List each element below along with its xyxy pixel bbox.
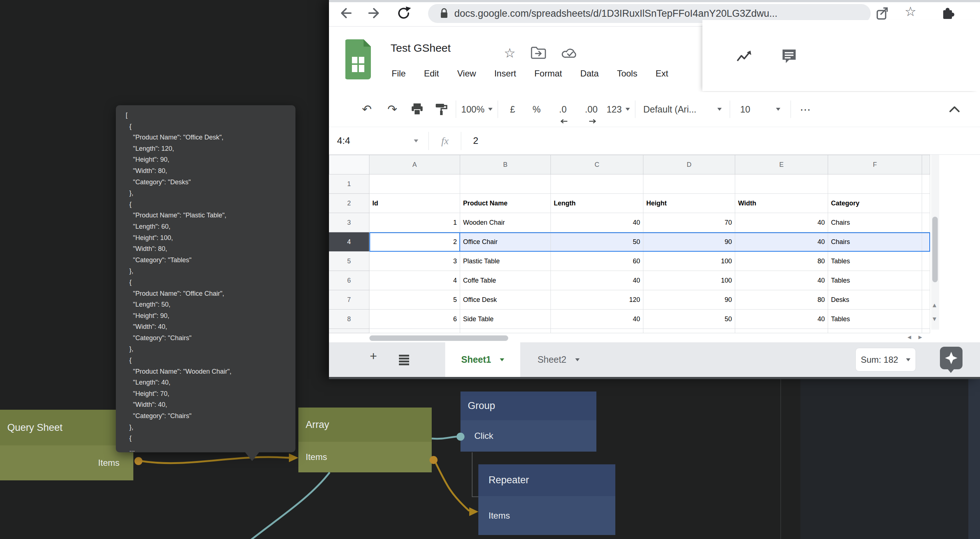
- cell-A2[interactable]: Id: [369, 194, 460, 213]
- menu-edit[interactable]: Edit: [424, 68, 439, 79]
- cell-D2[interactable]: Height: [643, 194, 735, 213]
- cell-D1[interactable]: [643, 175, 735, 194]
- cell-C2[interactable]: Length: [551, 194, 643, 213]
- font-select[interactable]: Default (Ari...: [640, 99, 725, 119]
- scroll-down-icon[interactable]: ▼: [933, 316, 936, 321]
- forward-icon[interactable]: [366, 5, 382, 21]
- decrease-decimals-button[interactable]: .0: [551, 99, 574, 119]
- column-header-E[interactable]: E: [735, 155, 828, 175]
- cell-D6[interactable]: 100: [643, 271, 735, 290]
- cell-C5[interactable]: 60: [551, 252, 643, 271]
- column-header-D[interactable]: D: [643, 155, 735, 175]
- cell-C6[interactable]: 40: [551, 271, 643, 290]
- format-percent-button[interactable]: %: [527, 99, 546, 119]
- url-text[interactable]: docs.google.com/spreadsheets/d/1D3IRuxIl…: [454, 8, 778, 19]
- sheet2-menu-icon[interactable]: [575, 358, 580, 361]
- name-box-dropdown-icon[interactable]: [414, 140, 418, 142]
- menu-format[interactable]: Format: [535, 68, 562, 79]
- cell-D5[interactable]: 100: [643, 252, 735, 271]
- move-folder-icon[interactable]: [530, 46, 547, 60]
- cell-A5[interactable]: 3: [369, 252, 460, 271]
- cell-D8[interactable]: 50: [643, 310, 735, 329]
- add-sheet-button[interactable]: +: [370, 349, 377, 363]
- row-header-2[interactable]: 2: [329, 194, 369, 213]
- cell-F3[interactable]: Chairs: [828, 213, 922, 232]
- column-header-B[interactable]: B: [460, 155, 551, 175]
- cell-B1[interactable]: [460, 175, 551, 194]
- formula-input[interactable]: 2: [473, 135, 478, 146]
- menu-file[interactable]: File: [391, 68, 406, 79]
- column-header-F[interactable]: F: [828, 155, 922, 175]
- cell-C8[interactable]: 40: [551, 310, 643, 329]
- bookmark-star-icon[interactable]: ☆: [905, 4, 921, 20]
- cell-E8[interactable]: 40: [735, 310, 828, 329]
- sheet1-menu-icon[interactable]: [500, 358, 504, 361]
- tab-sheet1[interactable]: Sheet1: [445, 342, 520, 377]
- cell-F2[interactable]: Category: [828, 194, 922, 213]
- row-header-7[interactable]: 7: [329, 290, 369, 310]
- print-button[interactable]: [408, 99, 426, 119]
- cell-B4[interactable]: Office Chair: [460, 232, 551, 252]
- cell-D4[interactable]: 90: [643, 232, 735, 252]
- star-document-icon[interactable]: ☆: [504, 46, 515, 61]
- cell-B3[interactable]: Wooden Chair: [460, 213, 551, 232]
- cell-A8[interactable]: 6: [369, 310, 460, 329]
- reload-icon[interactable]: [396, 5, 412, 21]
- row-header-1[interactable]: 1: [329, 175, 369, 194]
- undo-button[interactable]: ↶: [357, 99, 376, 119]
- cell-D3[interactable]: 70: [643, 213, 735, 232]
- horizontal-scrollbar-thumb[interactable]: [369, 335, 508, 341]
- cell-F6[interactable]: Tables: [828, 271, 922, 290]
- sum-status-pill[interactable]: Sum: 182: [855, 348, 916, 372]
- activity-history-icon[interactable]: [736, 49, 752, 64]
- cell-F5[interactable]: Tables: [828, 252, 922, 271]
- format-currency-button[interactable]: £: [503, 99, 522, 119]
- cell-B8[interactable]: Side Table: [460, 310, 551, 329]
- scroll-up-icon[interactable]: ▲: [933, 302, 936, 308]
- extensions-puzzle-icon[interactable]: [940, 5, 956, 21]
- menu-view[interactable]: View: [457, 68, 476, 79]
- font-size-select[interactable]: 10: [735, 99, 786, 119]
- cell-F4[interactable]: Chairs: [828, 232, 922, 252]
- cell-E5[interactable]: 80: [735, 252, 828, 271]
- cell-F7[interactable]: Desks: [828, 290, 922, 310]
- scroll-left-icon[interactable]: ◀: [907, 334, 911, 340]
- zoom-select[interactable]: 100%: [461, 99, 493, 119]
- paint-format-button[interactable]: [432, 99, 451, 119]
- cell-C4[interactable]: 50: [551, 232, 643, 252]
- cell-A1[interactable]: [369, 175, 460, 194]
- node-repeater[interactable]: Repeater Items: [478, 464, 615, 535]
- cell-E2[interactable]: Width: [735, 194, 828, 213]
- cell-A7[interactable]: 5: [369, 290, 460, 310]
- cell-D7[interactable]: 90: [643, 290, 735, 310]
- menu-ext[interactable]: Ext: [655, 68, 668, 79]
- more-formats-button[interactable]: 123: [606, 99, 630, 119]
- row-header-4[interactable]: 4: [329, 232, 369, 252]
- explore-button[interactable]: [940, 347, 963, 369]
- cell-C3[interactable]: 40: [551, 213, 643, 232]
- cell-A3[interactable]: 1: [369, 213, 460, 232]
- collapse-toolbar-icon[interactable]: [948, 105, 961, 114]
- tab-sheet2[interactable]: Sheet2: [528, 342, 589, 377]
- more-toolbar-button[interactable]: ⋯: [796, 99, 815, 119]
- row-header-6[interactable]: 6: [329, 271, 369, 290]
- menu-tools[interactable]: Tools: [617, 68, 637, 79]
- cloud-saved-icon[interactable]: [562, 46, 579, 60]
- cell-E3[interactable]: 40: [735, 213, 828, 232]
- cell-B5[interactable]: Plastic Table: [460, 252, 551, 271]
- node-array[interactable]: Array Items: [298, 407, 432, 472]
- cell-B2[interactable]: Product Name: [460, 194, 551, 213]
- redo-button[interactable]: ↷: [383, 99, 402, 119]
- row-header-8[interactable]: 8: [329, 310, 369, 329]
- send-share-icon[interactable]: [874, 5, 890, 21]
- all-sheets-icon[interactable]: [398, 354, 410, 366]
- cell-E6[interactable]: 40: [735, 271, 828, 290]
- node-group[interactable]: Group Click: [460, 391, 597, 452]
- column-header-C[interactable]: C: [551, 155, 643, 175]
- cell-B7[interactable]: Office Desk: [460, 290, 551, 310]
- name-box[interactable]: 4:4: [337, 135, 350, 146]
- vertical-scrollbar-thumb[interactable]: [932, 217, 938, 282]
- row-header-3[interactable]: 3: [329, 213, 369, 232]
- node-query-sheet[interactable]: Query Sheet Items: [0, 410, 133, 480]
- select-all-corner[interactable]: [329, 155, 369, 175]
